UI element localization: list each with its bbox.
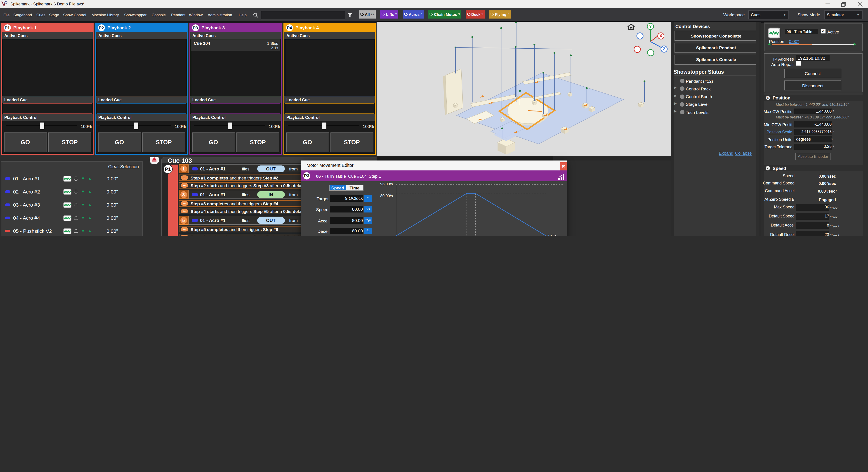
svg-text:Y: Y (649, 24, 652, 29)
svg-text:Z: Z (663, 46, 665, 51)
svg-text:X: X (659, 33, 662, 38)
